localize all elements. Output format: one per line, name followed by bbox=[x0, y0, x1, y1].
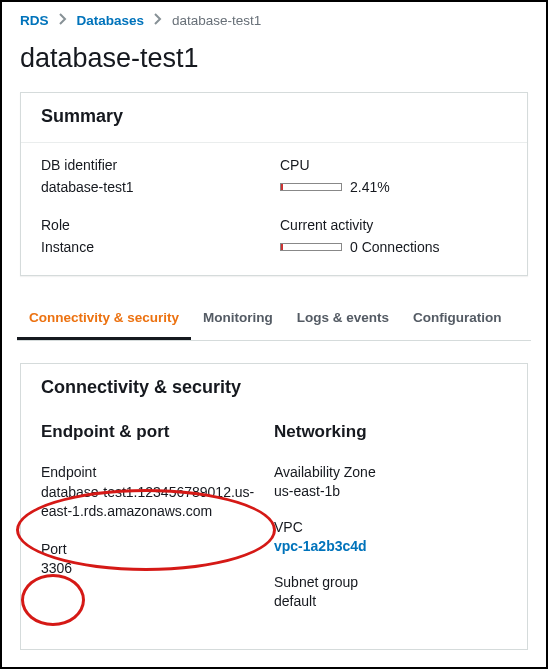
chevron-right-icon bbox=[59, 13, 67, 28]
tab-connectivity-security[interactable]: Connectivity & security bbox=[17, 298, 191, 340]
subnet-group-label: Subnet group bbox=[274, 574, 507, 590]
connectivity-heading: Connectivity & security bbox=[21, 364, 527, 404]
endpoint-port-heading: Endpoint & port bbox=[41, 422, 274, 442]
role-label: Role bbox=[41, 217, 268, 233]
cpu-field: CPU 2.41% bbox=[280, 157, 507, 195]
networking-column: Networking Availability Zone us-east-1b … bbox=[274, 404, 507, 629]
tab-configuration[interactable]: Configuration bbox=[401, 298, 513, 340]
vpc-field: VPC vpc-1a2b3c4d bbox=[274, 519, 507, 554]
availability-zone-label: Availability Zone bbox=[274, 464, 507, 480]
chevron-right-icon bbox=[154, 13, 162, 28]
availability-zone-field: Availability Zone us-east-1b bbox=[274, 464, 507, 499]
current-activity-value: 0 Connections bbox=[350, 239, 440, 255]
endpoint-port-column: Endpoint & port Endpoint database-test1.… bbox=[41, 404, 274, 629]
role-value: Instance bbox=[41, 239, 268, 255]
activity-meter bbox=[280, 243, 342, 251]
endpoint-field: Endpoint database-test1.123456789012.us-… bbox=[41, 464, 274, 521]
endpoint-label: Endpoint bbox=[41, 464, 274, 480]
cpu-meter bbox=[280, 183, 342, 191]
summary-heading: Summary bbox=[21, 93, 527, 143]
db-identifier-value: database-test1 bbox=[41, 179, 268, 195]
networking-heading: Networking bbox=[274, 422, 507, 442]
connectivity-panel: Connectivity & security Endpoint & port … bbox=[20, 363, 528, 650]
summary-panel: Summary DB identifier database-test1 CPU… bbox=[20, 92, 528, 276]
page-title: database-test1 bbox=[2, 39, 546, 92]
breadcrumb-parent[interactable]: Databases bbox=[77, 13, 145, 28]
current-activity-label: Current activity bbox=[280, 217, 507, 233]
current-activity-field: Current activity 0 Connections bbox=[280, 217, 507, 255]
subnet-group-field: Subnet group default bbox=[274, 574, 507, 609]
breadcrumb-current: database-test1 bbox=[172, 13, 261, 28]
breadcrumb: RDS Databases database-test1 bbox=[2, 2, 546, 39]
subnet-group-value: default bbox=[274, 593, 507, 609]
cpu-value: 2.41% bbox=[350, 179, 390, 195]
role-field: Role Instance bbox=[41, 217, 268, 255]
tabs: Connectivity & security Monitoring Logs … bbox=[17, 298, 531, 341]
port-field: Port 3306 bbox=[41, 541, 274, 576]
db-identifier-label: DB identifier bbox=[41, 157, 268, 173]
port-label: Port bbox=[41, 541, 274, 557]
port-value: 3306 bbox=[41, 560, 274, 576]
vpc-link[interactable]: vpc-1a2b3c4d bbox=[274, 538, 507, 554]
db-identifier-field: DB identifier database-test1 bbox=[41, 157, 268, 195]
breadcrumb-root[interactable]: RDS bbox=[20, 13, 49, 28]
vpc-label: VPC bbox=[274, 519, 507, 535]
tab-monitoring[interactable]: Monitoring bbox=[191, 298, 285, 340]
availability-zone-value: us-east-1b bbox=[274, 483, 507, 499]
endpoint-value: database-test1.123456789012.us-east-1.rd… bbox=[41, 483, 274, 521]
tab-logs-events[interactable]: Logs & events bbox=[285, 298, 401, 340]
cpu-label: CPU bbox=[280, 157, 507, 173]
